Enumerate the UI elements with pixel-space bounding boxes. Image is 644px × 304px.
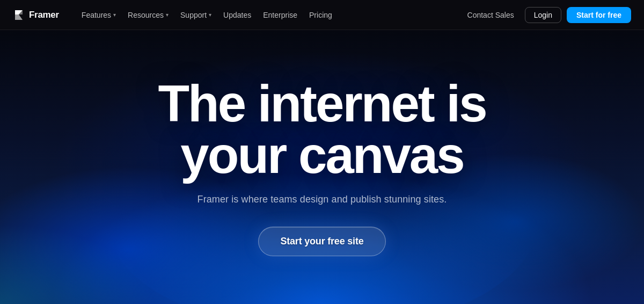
hero-content: The internet is your canvas Framer is wh… (136, 78, 507, 256)
nav-item-support[interactable]: Support ▾ (175, 8, 217, 23)
navbar: Framer Features ▾ Resources ▾ Support ▾ … (0, 0, 644, 30)
chevron-down-icon: ▾ (113, 12, 116, 18)
navbar-actions: Contact Sales Login Start for free (462, 7, 631, 23)
login-button[interactable]: Login (525, 7, 561, 23)
nav-menu: Features ▾ Resources ▾ Support ▾ Updates… (76, 8, 462, 23)
nav-item-enterprise[interactable]: Enterprise (258, 8, 303, 23)
start-free-site-button[interactable]: Start your free site (258, 227, 385, 256)
nav-item-features[interactable]: Features ▾ (76, 8, 121, 23)
nav-item-updates[interactable]: Updates (218, 8, 257, 23)
logo-text: Framer (29, 10, 59, 20)
hero-headline: The internet is your canvas (158, 78, 486, 181)
hero-subheadline: Framer is where teams design and publish… (197, 194, 447, 205)
contact-sales-link[interactable]: Contact Sales (462, 8, 519, 23)
logo-link[interactable]: Framer (13, 9, 59, 21)
framer-logo-icon (13, 9, 25, 21)
chevron-down-icon: ▾ (209, 12, 211, 18)
chevron-down-icon: ▾ (166, 12, 169, 18)
nav-item-resources[interactable]: Resources ▾ (122, 8, 174, 23)
hero-section: The internet is your canvas Framer is wh… (0, 30, 644, 304)
nav-item-pricing[interactable]: Pricing (304, 8, 338, 23)
start-for-free-button[interactable]: Start for free (567, 7, 631, 23)
